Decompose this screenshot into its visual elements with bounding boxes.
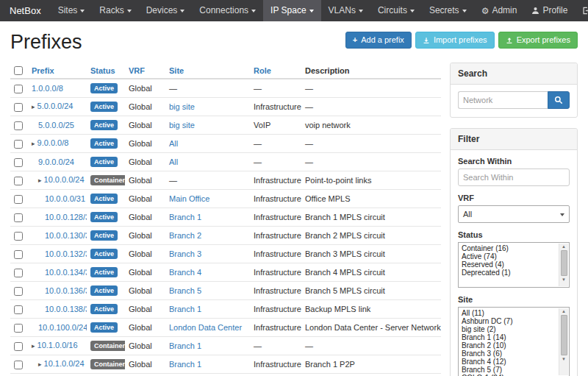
nav-item-circuits[interactable]: Circuits: [370, 0, 422, 21]
site-link[interactable]: London Data Center: [169, 323, 242, 332]
table-row: 10.0.0.138/31ActiveGlobalBranch 1Infrast…: [10, 300, 441, 319]
column-header-vrf[interactable]: VRF: [125, 63, 165, 79]
row-checkbox[interactable]: [14, 158, 23, 167]
prefix-link[interactable]: 10.1.0.0/24: [44, 359, 85, 368]
site-link[interactable]: All: [169, 157, 178, 166]
prefix-link[interactable]: 10.0.0.0/31: [45, 194, 85, 203]
prefix-link[interactable]: 1.0.0.0/8: [32, 84, 63, 93]
scroll-up-icon[interactable]: ▲: [562, 244, 566, 249]
row-checkbox[interactable]: [14, 250, 23, 259]
prefix-link[interactable]: 10.1.0.0/16: [37, 341, 78, 350]
site-link[interactable]: Branch 2: [169, 231, 201, 240]
row-checkbox[interactable]: [14, 361, 23, 369]
site-link[interactable]: big site: [169, 102, 195, 111]
listbox-option[interactable]: Reserved (4): [460, 260, 557, 269]
listbox-option[interactable]: Branch 1 (14): [460, 333, 557, 341]
status-scrollbar[interactable]: ▲ ▼: [559, 244, 568, 286]
prefix-link[interactable]: 5.0.0.0/24: [37, 102, 74, 110]
nav-item-racks[interactable]: Racks: [92, 0, 138, 21]
prefix-link[interactable]: 10.0.0.138/31: [45, 305, 87, 313]
status-badge: Active: [90, 249, 118, 259]
prefix-link[interactable]: 10.0.0.134/31: [45, 268, 87, 277]
site-link[interactable]: Main Office: [169, 194, 209, 203]
prefix-link[interactable]: 10.0.0.128/31: [45, 213, 87, 221]
prefix-link[interactable]: 10.0.0.136/31: [45, 286, 87, 295]
scroll-thumb[interactable]: [561, 250, 567, 276]
listbox-option[interactable]: Active (74): [460, 252, 557, 260]
import-prefixes-button[interactable]: Import prefixes: [415, 32, 495, 49]
site-link[interactable]: Branch 1: [169, 213, 201, 221]
row-checkbox[interactable]: [14, 213, 23, 222]
row-checkbox[interactable]: [14, 232, 23, 241]
row-checkbox[interactable]: [14, 305, 23, 314]
listbox-option[interactable]: Ashburn DC (7): [460, 317, 557, 325]
site-link[interactable]: Branch 4: [169, 268, 201, 277]
listbox-option[interactable]: Branch 4 (12): [460, 358, 557, 366]
listbox-option[interactable]: Branch 3 (6): [460, 350, 557, 358]
export-prefixes-button[interactable]: Export prefixes: [498, 32, 578, 49]
row-checkbox[interactable]: [14, 85, 23, 93]
row-select-cell: [10, 208, 28, 227]
search-input[interactable]: [458, 91, 548, 109]
listbox-option[interactable]: Deprecated (1): [460, 269, 557, 277]
nav-item-sites[interactable]: Sites: [51, 0, 93, 21]
site-link[interactable]: Branch 1: [169, 341, 201, 350]
prefix-link[interactable]: 5.0.0.0/25: [38, 121, 74, 130]
prefix-link[interactable]: 9.0.0.0/8: [37, 138, 69, 147]
search-button[interactable]: [548, 91, 570, 109]
row-checkbox[interactable]: [14, 269, 23, 277]
status-cell: Active: [87, 245, 125, 263]
nav-item-label: Devices: [146, 0, 178, 21]
listbox-option[interactable]: Branch 2 (10): [460, 341, 557, 350]
nav-item-devices[interactable]: Devices: [139, 0, 193, 21]
column-header-site[interactable]: Site: [165, 63, 250, 79]
scroll-down-icon[interactable]: ▼: [562, 356, 566, 362]
row-checkbox[interactable]: [14, 140, 23, 149]
status-listbox[interactable]: Container (16)Active (74)Reserved (4)Dep…: [458, 242, 570, 288]
nav-item-secrets[interactable]: Secrets: [422, 0, 474, 21]
vrf-select[interactable]: All: [458, 205, 570, 223]
listbox-option[interactable]: All (11): [460, 309, 557, 317]
column-header-prefix[interactable]: Prefix: [28, 63, 87, 79]
row-checkbox[interactable]: [14, 177, 23, 185]
prefix-link[interactable]: 10.0.0.0/24: [44, 175, 85, 184]
site-link[interactable]: Branch 1: [169, 305, 201, 313]
select-all-checkbox[interactable]: [14, 66, 23, 75]
scroll-thumb[interactable]: [561, 315, 567, 355]
row-checkbox[interactable]: [14, 342, 23, 351]
site-link[interactable]: All: [169, 139, 178, 148]
site-link[interactable]: big site: [169, 121, 195, 130]
listbox-option[interactable]: Branch 5 (7): [460, 366, 557, 374]
site-link[interactable]: Branch 5: [169, 286, 201, 295]
site-link[interactable]: Branch 3: [169, 249, 201, 258]
site-link[interactable]: Branch 1: [169, 360, 201, 369]
prefix-link[interactable]: 10.0.100.0/24: [38, 323, 87, 332]
filter-panel-body: Search Within VRF All Status Container (…: [451, 150, 577, 376]
nav-item-ip-space[interactable]: IP Space: [263, 0, 320, 21]
row-checkbox[interactable]: [14, 287, 23, 296]
scroll-down-icon[interactable]: ▼: [562, 277, 566, 283]
add-prefix-button[interactable]: + Add a prefix: [345, 32, 412, 49]
search-within-input[interactable]: [458, 169, 570, 186]
column-header-status[interactable]: Status: [87, 63, 125, 79]
logout-link[interactable]: Log out: [575, 0, 588, 21]
profile-link[interactable]: Profile: [524, 0, 575, 21]
row-checkbox[interactable]: [14, 324, 23, 333]
listbox-option[interactable]: Container (16): [460, 244, 557, 252]
row-checkbox[interactable]: [14, 103, 23, 112]
main-content: Prefixes + Add a prefix Import prefixes: [0, 21, 588, 376]
nav-item-connections[interactable]: Connections: [192, 0, 263, 21]
prefix-link[interactable]: 9.0.0.0/24: [38, 157, 74, 166]
prefix-link[interactable]: 10.0.0.132/31: [45, 249, 87, 258]
prefix-link[interactable]: 10.0.0.130/31: [45, 231, 87, 240]
nav-item-vlans[interactable]: VLANs: [321, 0, 370, 21]
scroll-up-icon[interactable]: ▲: [562, 308, 566, 314]
row-checkbox[interactable]: [14, 121, 23, 130]
site-scrollbar[interactable]: ▲ ▼: [559, 308, 568, 375]
listbox-option[interactable]: big site (2): [460, 325, 557, 333]
row-checkbox[interactable]: [14, 195, 23, 204]
brand-logo[interactable]: NetBox: [0, 0, 51, 21]
admin-link[interactable]: ⚙ Admin: [474, 0, 525, 21]
site-listbox[interactable]: All (11)Ashburn DC (7)big site (2)Branch…: [458, 307, 570, 376]
column-header-role[interactable]: Role: [250, 63, 301, 79]
